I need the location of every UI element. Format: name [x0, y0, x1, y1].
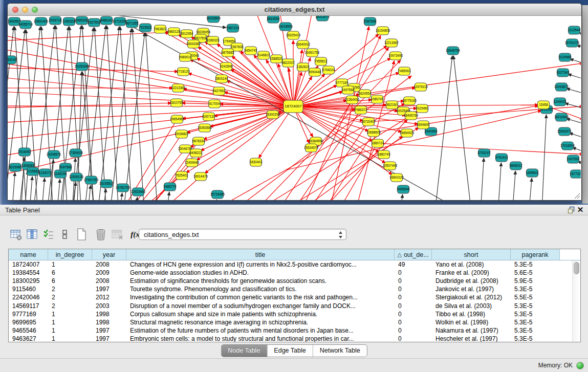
network-node[interactable]: 10507498	[383, 162, 398, 170]
network-node[interactable]: 7625402	[176, 171, 188, 180]
network-node[interactable]: 16210643	[554, 113, 569, 121]
table-row[interactable]: 1872400712008Changes of HCN gene express…	[9, 260, 580, 269]
tab-node-table[interactable]: Node Table	[221, 345, 267, 357]
network-node[interactable]: 19166827	[175, 130, 189, 138]
network-node[interactable]: 9227343	[557, 69, 570, 77]
network-node[interactable]: 16154808	[376, 27, 390, 35]
show-columns-button[interactable]	[25, 227, 39, 242]
network-canvas[interactable]: 1840557140557142089140620937181065328106…	[8, 16, 581, 200]
network-node[interactable]: 18325419	[286, 31, 301, 39]
network-node[interactable]: 1695541	[526, 169, 539, 177]
network-node[interactable]: 2803144	[215, 75, 228, 83]
network-node[interactable]: 2087668	[364, 17, 377, 26]
network-node[interactable]: 7955812	[315, 57, 328, 65]
table-row[interactable]: 911546021997Tourette syndrome. Phenomeno…	[9, 285, 580, 293]
network-node[interactable]: 16961758	[305, 49, 320, 57]
network-node[interactable]: 9146821	[257, 51, 270, 59]
network-node[interactable]: 8813054	[267, 16, 280, 23]
network-node[interactable]: 20206576	[47, 150, 61, 159]
network-node[interactable]: 19654985	[170, 115, 185, 123]
network-node[interactable]: 15992971	[557, 127, 572, 136]
float-panel-button[interactable]	[565, 205, 577, 215]
network-node[interactable]: 12409948	[185, 159, 200, 167]
network-node[interactable]: 9498222	[190, 149, 203, 157]
network-node[interactable]: 12975115	[413, 83, 428, 91]
table-row[interactable]: 1456911722003Disruption of a novel membe…	[9, 301, 580, 310]
network-node[interactable]: 1527602	[88, 18, 101, 27]
new-table-button[interactable]	[74, 227, 89, 242]
network-node[interactable]: 18313074	[315, 16, 330, 21]
network-node[interactable]: 1880724	[372, 139, 384, 147]
network-node[interactable]: 8990448	[309, 68, 321, 76]
table-settings-button[interactable]	[8, 227, 23, 242]
network-window-titlebar[interactable]: citations_edges.txt	[8, 4, 581, 16]
network-node[interactable]: 15751074	[565, 39, 580, 47]
table-row[interactable]: 977716911998Corpus callosum shape and si…	[9, 310, 580, 318]
network-node[interactable]: 18300295	[266, 111, 280, 119]
network-node[interactable]: 1215682	[27, 167, 39, 176]
network-node[interactable]: 21364436	[345, 96, 360, 104]
network-node[interactable]: 7615526	[139, 24, 152, 32]
network-node[interactable]: 1244415	[554, 98, 567, 106]
network-node[interactable]: 16543382	[186, 40, 201, 48]
network-node[interactable]: 16195817	[99, 180, 114, 188]
close-traffic-light-icon[interactable]	[12, 7, 18, 13]
column-header-pagerank[interactable]: pagerank	[511, 249, 560, 260]
table-row[interactable]: 946362711997Embryonic stem cells: a mode…	[9, 335, 580, 342]
network-svg[interactable]: 1840557140557142089140620937181065328106…	[8, 16, 581, 200]
network-node[interactable]: 18775165	[402, 97, 417, 105]
network-node[interactable]: 9129966	[559, 53, 572, 61]
network-node[interactable]: 1167532	[567, 155, 580, 163]
network-node[interactable]: 7986372	[355, 106, 367, 114]
network-node[interactable]: 16353584	[198, 124, 212, 132]
network-node[interactable]: 12213967	[384, 39, 399, 47]
network-node[interactable]: 2093718	[49, 16, 62, 25]
delete-entries-button[interactable]	[93, 227, 108, 242]
network-node[interactable]: 3315985	[9, 163, 22, 171]
network-node[interactable]: 2718120	[177, 68, 190, 76]
network-node[interactable]: 1677327	[570, 170, 581, 178]
network-node[interactable]: 15958	[538, 101, 550, 109]
network-node[interactable]: 1588520	[270, 55, 283, 63]
network-node[interactable]: 3097588	[59, 163, 72, 171]
resize-grip[interactable]	[574, 192, 580, 199]
network-node[interactable]: 1830402	[250, 158, 263, 166]
network-node[interactable]: 8454749	[245, 47, 257, 55]
network-node[interactable]: 1234273	[39, 169, 52, 177]
network-node[interactable]: 9989011	[179, 53, 192, 61]
select-columns-button[interactable]	[41, 227, 56, 242]
column-header-in_degree[interactable]: in_degree	[48, 249, 92, 260]
network-node[interactable]: 10719155	[113, 17, 127, 26]
network-node[interactable]: 16841025	[389, 173, 404, 182]
network-node[interactable]: 17359928	[69, 149, 83, 157]
table-row[interactable]: 946554611997Estimation of the future num…	[9, 326, 580, 335]
network-node[interactable]: 18724007	[284, 100, 303, 113]
network-node[interactable]: 1362615	[297, 63, 310, 71]
network-node[interactable]: 15654923	[400, 129, 415, 137]
column-header-name[interactable]: name	[9, 249, 48, 260]
network-node[interactable]: 1810755	[170, 99, 183, 107]
network-node[interactable]: 6793197	[478, 149, 491, 157]
network-node[interactable]: 12505135	[69, 173, 84, 181]
column-header-short[interactable]: short	[432, 249, 511, 260]
network-node[interactable]: 8186328	[207, 36, 220, 45]
network-node[interactable]: 8427552	[213, 87, 226, 95]
network-node[interactable]: 10973493	[388, 52, 403, 60]
network-node[interactable]: 16782759	[116, 184, 130, 192]
network-node[interactable]: 15716485	[210, 190, 225, 199]
tab-network-table[interactable]: Network Table	[313, 345, 367, 357]
network-node[interactable]: 15534574	[304, 144, 319, 152]
network-node[interactable]: 7857224	[227, 24, 239, 32]
network-node[interactable]: 2516050	[18, 148, 31, 156]
collapsed-results-panel-strip[interactable]	[582, 5, 588, 204]
network-node[interactable]: 9845012	[510, 162, 522, 170]
network-node[interactable]: 10688609	[366, 128, 381, 137]
row-tools-button[interactable]	[57, 227, 72, 242]
network-node[interactable]: 12093872	[554, 83, 569, 91]
network-node[interactable]: 1112544	[568, 26, 580, 34]
network-node[interactable]: 7485063	[398, 67, 411, 75]
network-node[interactable]: 16648784	[446, 47, 461, 55]
table-scrollbar[interactable]	[572, 260, 580, 341]
network-node[interactable]: 8822037	[282, 59, 295, 67]
network-node[interactable]: 16033809	[206, 16, 221, 23]
